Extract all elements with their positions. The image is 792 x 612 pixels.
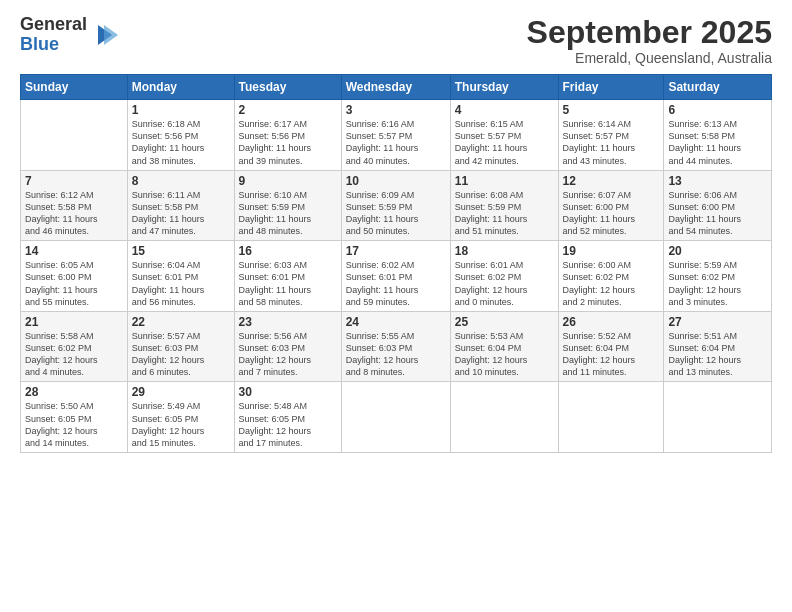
calendar-table: SundayMondayTuesdayWednesdayThursdayFrid… — [20, 74, 772, 453]
day-info: Sunrise: 6:00 AMSunset: 6:02 PMDaylight:… — [563, 259, 660, 308]
calendar-cell: 12Sunrise: 6:07 AMSunset: 6:00 PMDayligh… — [558, 170, 664, 241]
day-number: 16 — [239, 244, 337, 258]
day-info: Sunrise: 5:48 AMSunset: 6:05 PMDaylight:… — [239, 400, 337, 449]
day-number: 14 — [25, 244, 123, 258]
column-header-monday: Monday — [127, 75, 234, 100]
day-number: 7 — [25, 174, 123, 188]
calendar-cell: 25Sunrise: 5:53 AMSunset: 6:04 PMDayligh… — [450, 311, 558, 382]
calendar-cell: 19Sunrise: 6:00 AMSunset: 6:02 PMDayligh… — [558, 241, 664, 312]
calendar-cell — [558, 382, 664, 453]
column-header-wednesday: Wednesday — [341, 75, 450, 100]
day-number: 18 — [455, 244, 554, 258]
day-number: 17 — [346, 244, 446, 258]
column-header-thursday: Thursday — [450, 75, 558, 100]
calendar-cell: 23Sunrise: 5:56 AMSunset: 6:03 PMDayligh… — [234, 311, 341, 382]
location-subtitle: Emerald, Queensland, Australia — [527, 50, 772, 66]
calendar-cell: 17Sunrise: 6:02 AMSunset: 6:01 PMDayligh… — [341, 241, 450, 312]
day-number: 10 — [346, 174, 446, 188]
calendar-header-row: SundayMondayTuesdayWednesdayThursdayFrid… — [21, 75, 772, 100]
day-info: Sunrise: 6:18 AMSunset: 5:56 PMDaylight:… — [132, 118, 230, 167]
calendar-cell: 29Sunrise: 5:49 AMSunset: 6:05 PMDayligh… — [127, 382, 234, 453]
month-title: September 2025 — [527, 15, 772, 50]
day-info: Sunrise: 6:12 AMSunset: 5:58 PMDaylight:… — [25, 189, 123, 238]
calendar-cell: 7Sunrise: 6:12 AMSunset: 5:58 PMDaylight… — [21, 170, 128, 241]
day-number: 9 — [239, 174, 337, 188]
day-number: 26 — [563, 315, 660, 329]
calendar-cell: 2Sunrise: 6:17 AMSunset: 5:56 PMDaylight… — [234, 100, 341, 171]
day-info: Sunrise: 6:13 AMSunset: 5:58 PMDaylight:… — [668, 118, 767, 167]
calendar-cell: 8Sunrise: 6:11 AMSunset: 5:58 PMDaylight… — [127, 170, 234, 241]
title-area: September 2025 Emerald, Queensland, Aust… — [527, 15, 772, 66]
calendar-cell: 10Sunrise: 6:09 AMSunset: 5:59 PMDayligh… — [341, 170, 450, 241]
calendar-cell: 15Sunrise: 6:04 AMSunset: 6:01 PMDayligh… — [127, 241, 234, 312]
day-number: 1 — [132, 103, 230, 117]
day-number: 4 — [455, 103, 554, 117]
day-number: 22 — [132, 315, 230, 329]
calendar-cell: 11Sunrise: 6:08 AMSunset: 5:59 PMDayligh… — [450, 170, 558, 241]
calendar-cell: 26Sunrise: 5:52 AMSunset: 6:04 PMDayligh… — [558, 311, 664, 382]
day-info: Sunrise: 6:02 AMSunset: 6:01 PMDaylight:… — [346, 259, 446, 308]
calendar-cell: 13Sunrise: 6:06 AMSunset: 6:00 PMDayligh… — [664, 170, 772, 241]
logo-general: General — [20, 15, 87, 35]
calendar-cell — [341, 382, 450, 453]
day-number: 28 — [25, 385, 123, 399]
day-number: 12 — [563, 174, 660, 188]
day-info: Sunrise: 6:08 AMSunset: 5:59 PMDaylight:… — [455, 189, 554, 238]
day-number: 2 — [239, 103, 337, 117]
calendar-cell: 16Sunrise: 6:03 AMSunset: 6:01 PMDayligh… — [234, 241, 341, 312]
calendar-cell: 28Sunrise: 5:50 AMSunset: 6:05 PMDayligh… — [21, 382, 128, 453]
day-info: Sunrise: 6:16 AMSunset: 5:57 PMDaylight:… — [346, 118, 446, 167]
calendar-week-2: 7Sunrise: 6:12 AMSunset: 5:58 PMDaylight… — [21, 170, 772, 241]
day-number: 27 — [668, 315, 767, 329]
calendar-cell: 4Sunrise: 6:15 AMSunset: 5:57 PMDaylight… — [450, 100, 558, 171]
calendar-cell: 21Sunrise: 5:58 AMSunset: 6:02 PMDayligh… — [21, 311, 128, 382]
day-number: 5 — [563, 103, 660, 117]
day-info: Sunrise: 6:01 AMSunset: 6:02 PMDaylight:… — [455, 259, 554, 308]
day-number: 15 — [132, 244, 230, 258]
calendar-week-3: 14Sunrise: 6:05 AMSunset: 6:00 PMDayligh… — [21, 241, 772, 312]
calendar-week-4: 21Sunrise: 5:58 AMSunset: 6:02 PMDayligh… — [21, 311, 772, 382]
calendar-week-5: 28Sunrise: 5:50 AMSunset: 6:05 PMDayligh… — [21, 382, 772, 453]
day-number: 8 — [132, 174, 230, 188]
day-info: Sunrise: 6:07 AMSunset: 6:00 PMDaylight:… — [563, 189, 660, 238]
calendar-week-1: 1Sunrise: 6:18 AMSunset: 5:56 PMDaylight… — [21, 100, 772, 171]
logo-icon — [90, 21, 118, 49]
day-number: 21 — [25, 315, 123, 329]
day-info: Sunrise: 5:56 AMSunset: 6:03 PMDaylight:… — [239, 330, 337, 379]
day-info: Sunrise: 5:49 AMSunset: 6:05 PMDaylight:… — [132, 400, 230, 449]
day-info: Sunrise: 5:55 AMSunset: 6:03 PMDaylight:… — [346, 330, 446, 379]
day-number: 23 — [239, 315, 337, 329]
calendar-cell: 1Sunrise: 6:18 AMSunset: 5:56 PMDaylight… — [127, 100, 234, 171]
day-info: Sunrise: 5:58 AMSunset: 6:02 PMDaylight:… — [25, 330, 123, 379]
calendar-cell: 20Sunrise: 5:59 AMSunset: 6:02 PMDayligh… — [664, 241, 772, 312]
column-header-tuesday: Tuesday — [234, 75, 341, 100]
day-info: Sunrise: 6:03 AMSunset: 6:01 PMDaylight:… — [239, 259, 337, 308]
day-info: Sunrise: 6:05 AMSunset: 6:00 PMDaylight:… — [25, 259, 123, 308]
day-info: Sunrise: 6:06 AMSunset: 6:00 PMDaylight:… — [668, 189, 767, 238]
day-number: 6 — [668, 103, 767, 117]
day-number: 13 — [668, 174, 767, 188]
calendar-cell: 22Sunrise: 5:57 AMSunset: 6:03 PMDayligh… — [127, 311, 234, 382]
logo: General Blue — [20, 15, 118, 55]
day-info: Sunrise: 6:14 AMSunset: 5:57 PMDaylight:… — [563, 118, 660, 167]
day-number: 3 — [346, 103, 446, 117]
day-number: 24 — [346, 315, 446, 329]
day-info: Sunrise: 5:59 AMSunset: 6:02 PMDaylight:… — [668, 259, 767, 308]
day-info: Sunrise: 5:52 AMSunset: 6:04 PMDaylight:… — [563, 330, 660, 379]
day-info: Sunrise: 5:53 AMSunset: 6:04 PMDaylight:… — [455, 330, 554, 379]
day-info: Sunrise: 6:15 AMSunset: 5:57 PMDaylight:… — [455, 118, 554, 167]
calendar-cell: 27Sunrise: 5:51 AMSunset: 6:04 PMDayligh… — [664, 311, 772, 382]
calendar-cell: 3Sunrise: 6:16 AMSunset: 5:57 PMDaylight… — [341, 100, 450, 171]
day-number: 19 — [563, 244, 660, 258]
calendar-cell — [450, 382, 558, 453]
svg-marker-1 — [104, 25, 118, 45]
day-number: 11 — [455, 174, 554, 188]
column-header-friday: Friday — [558, 75, 664, 100]
day-info: Sunrise: 6:10 AMSunset: 5:59 PMDaylight:… — [239, 189, 337, 238]
day-info: Sunrise: 5:57 AMSunset: 6:03 PMDaylight:… — [132, 330, 230, 379]
day-number: 20 — [668, 244, 767, 258]
day-number: 30 — [239, 385, 337, 399]
calendar-cell — [664, 382, 772, 453]
day-info: Sunrise: 6:09 AMSunset: 5:59 PMDaylight:… — [346, 189, 446, 238]
day-info: Sunrise: 5:50 AMSunset: 6:05 PMDaylight:… — [25, 400, 123, 449]
